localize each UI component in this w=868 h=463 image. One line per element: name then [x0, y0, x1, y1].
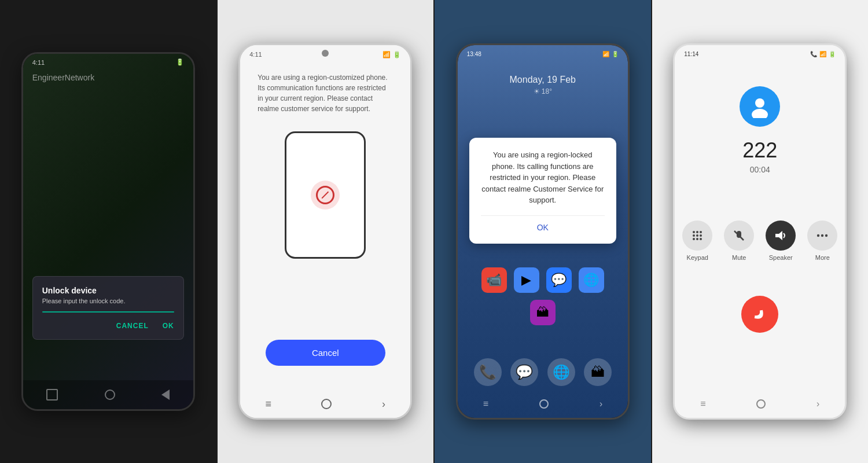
mute-control[interactable]: Mute [724, 221, 754, 261]
phone4-nav-back[interactable]: ‹ [816, 399, 819, 409]
phone2-signal-icon: 📶 [382, 51, 391, 58]
svg-point-1 [752, 109, 768, 118]
svg-point-7 [700, 234, 702, 237]
phone3-dialog-text: You are using a region-locked phone. Its… [481, 149, 605, 206]
phone1-dialog-body: Please input the unlock code. [42, 297, 174, 304]
more-icon [807, 221, 837, 251]
svg-point-2 [693, 231, 695, 233]
home-icon-gallery[interactable]: 🏔 [530, 300, 556, 325]
phone4-battery-icon: 🔋 [829, 51, 836, 57]
phone4-status-icons: 📞 📶 🔋 [810, 51, 836, 57]
dock-icon-chrome[interactable]: 🌐 [547, 358, 575, 386]
phone2-phone-illustration [285, 131, 366, 259]
dock-icon-messages[interactable]: 💬 [510, 358, 538, 386]
svg-point-3 [696, 231, 698, 233]
phone4-screen: 11:14 📞 📶 🔋 222 00:04 [675, 45, 845, 418]
svg-point-5 [693, 234, 695, 237]
phone1-dialog-title: Unlock device [42, 286, 174, 295]
phone-frame-1: 4:11 🔋 EngineerNetwork Unlock device Ple… [21, 52, 195, 411]
phone4-number: 222 [742, 138, 777, 163]
phone-panel-4: 11:14 📞 📶 🔋 222 00:04 [652, 0, 869, 463]
phone1-navbar [23, 380, 193, 409]
svg-point-6 [696, 234, 698, 237]
phone2-nav-menu[interactable]: ≡ [265, 398, 271, 410]
svg-point-10 [700, 238, 702, 240]
phone2-restricted-symbol [316, 186, 334, 204]
home-icon-chrome[interactable]: 🌐 [579, 267, 604, 293]
phone3-signal-icon: 📶 [602, 51, 609, 57]
dock-icon-phone[interactable]: 📞 [474, 358, 502, 386]
phone1-cancel-button[interactable]: CANCEL [116, 322, 149, 330]
phone-panel-3: 13:48 📶 🔋 Monday, 19 Feb ☀ 18° 📹 ▶ 💬 🌐 🏔… [435, 0, 651, 463]
more-control[interactable]: More [807, 221, 837, 261]
phone4-end-call-button[interactable] [741, 296, 778, 333]
phone4-nav-menu[interactable]: ≡ [700, 399, 705, 409]
phone3-statusbar: 13:48 📶 🔋 [458, 45, 628, 63]
svg-point-9 [696, 238, 698, 240]
phone3-nav-back[interactable]: ‹ [599, 399, 602, 409]
keypad-label: Keypad [687, 254, 708, 261]
dock-icon-gallery[interactable]: 🏔 [584, 358, 612, 386]
mute-icon [724, 221, 754, 251]
more-label: More [815, 254, 830, 261]
speaker-label: Speaker [769, 254, 793, 261]
svg-point-13 [817, 234, 819, 237]
svg-point-8 [693, 238, 695, 240]
mute-label: Mute [732, 254, 746, 261]
phone2-message: You are using a region-customized phone.… [240, 61, 410, 120]
speaker-control[interactable]: Speaker [766, 221, 796, 261]
phone4-controls: Keypad Mute [682, 221, 837, 261]
svg-point-0 [755, 98, 764, 108]
phone2-status-icons: 📶 🔋 [382, 51, 401, 58]
phone2-nav-home[interactable] [321, 399, 332, 409]
phone4-signal-icon: 📶 [819, 51, 826, 57]
phone-frame-2: 4:11 📶 🔋 You are using a region-customiz… [238, 43, 412, 420]
home-icon-meet[interactable]: 📹 [481, 267, 507, 293]
phone3-status-icons: 📶 🔋 [602, 51, 619, 57]
phone1-time: 4:11 [32, 59, 45, 66]
phone2-screen: 4:11 📶 🔋 You are using a region-customiz… [240, 45, 410, 418]
svg-point-15 [825, 234, 827, 237]
svg-marker-12 [775, 231, 782, 240]
phone1-screen: 4:11 🔋 EngineerNetwork Unlock device Ple… [23, 54, 193, 409]
phone-panel-2: 4:11 📶 🔋 You are using a region-customiz… [218, 0, 434, 463]
phone4-statusbar: 11:14 📞 📶 🔋 [675, 45, 845, 63]
phone3-nav-home[interactable] [539, 399, 549, 409]
phone4-time: 11:14 [684, 51, 698, 57]
phone2-nav-back[interactable]: ‹ [382, 398, 385, 410]
phone-frame-4: 11:14 📞 📶 🔋 222 00:04 [673, 43, 847, 420]
phone4-call-icon: 📞 [810, 51, 817, 57]
phone1-ok-button[interactable]: OK [163, 322, 174, 330]
speaker-icon [766, 221, 796, 251]
phone2-punchhole [322, 50, 329, 57]
home-icon-play[interactable]: ▶ [514, 267, 539, 293]
phone1-input-bar [42, 311, 174, 313]
phone4-nav-home[interactable] [756, 399, 766, 409]
keypad-control[interactable]: Keypad [682, 221, 712, 261]
phone1-nav-square[interactable] [46, 389, 58, 400]
phone1-nav-home[interactable] [105, 389, 115, 400]
phone2-restricted-icon [311, 181, 340, 210]
phone1-dialog: Unlock device Please input the unlock co… [32, 276, 184, 340]
phone2-time: 4:11 [249, 51, 262, 58]
phone3-dialog: You are using a region-locked phone. Its… [469, 138, 616, 244]
phone-panel-1: 4:11 🔋 EngineerNetwork Unlock device Ple… [0, 0, 216, 463]
phone3-home-icons: 📹 ▶ 💬 🌐 🏔 [458, 267, 628, 325]
phone3-dialog-ok-button[interactable]: OK [481, 223, 605, 232]
phone4-navbar: ≡ ‹ [675, 390, 845, 418]
phone1-title: EngineerNetwork [23, 71, 193, 84]
phone2-navbar: ≡ ‹ [240, 390, 410, 418]
phone3-navbar: ≡ ‹ [458, 390, 628, 418]
svg-point-14 [821, 234, 823, 237]
phone3-battery-icon: 🔋 [612, 51, 619, 57]
phone2-cancel-button[interactable]: Cancel [266, 340, 385, 366]
phone3-screen: 13:48 📶 🔋 Monday, 19 Feb ☀ 18° 📹 ▶ 💬 🌐 🏔… [458, 45, 628, 418]
phone4-duration: 00:04 [750, 165, 770, 174]
svg-point-4 [700, 231, 702, 233]
phone3-nav-menu[interactable]: ≡ [483, 399, 488, 409]
phone3-dialog-divider [481, 215, 605, 216]
home-icon-messages[interactable]: 💬 [546, 267, 572, 293]
phone4-contact-avatar [740, 86, 780, 127]
phone3-date: Monday, 19 Feb [458, 75, 628, 85]
phone1-nav-back[interactable] [161, 389, 170, 400]
